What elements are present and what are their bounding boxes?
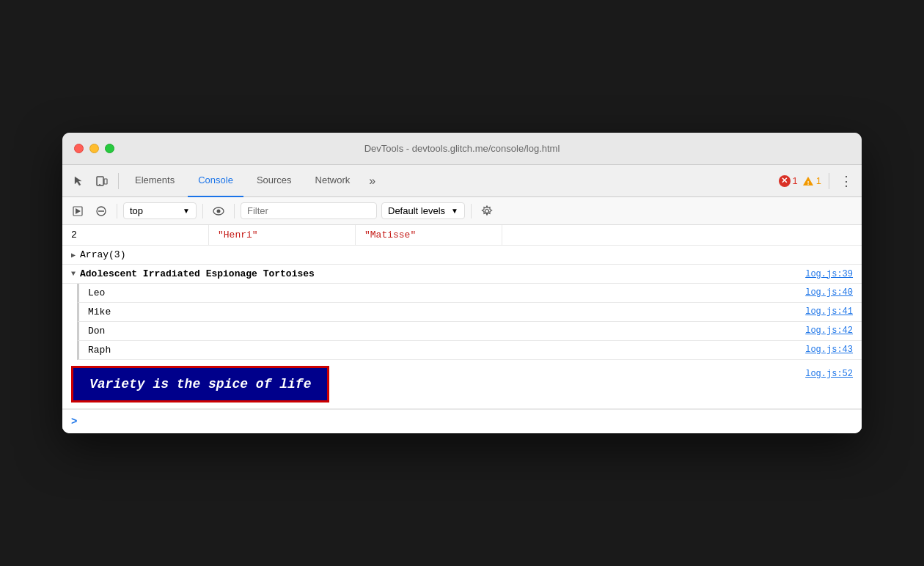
eye-icon[interactable] xyxy=(209,202,228,221)
devtools-window: DevTools - devtools.glitch.me/console/lo… xyxy=(62,133,862,433)
chevron-down-icon: ▼ xyxy=(183,207,190,215)
device-toggle-icon[interactable] xyxy=(92,171,112,191)
traffic-lights xyxy=(74,144,114,153)
table-cell-last-name: "Matisse" xyxy=(356,225,502,245)
list-item: Leo log.js:40 xyxy=(77,284,862,303)
filter-input[interactable] xyxy=(241,202,377,219)
context-selector[interactable]: top ▼ xyxy=(123,202,197,219)
more-tabs-button[interactable]: » xyxy=(363,174,381,188)
log-group-header: Adolescent Irradiated Espionage Tortoise… xyxy=(62,265,862,284)
window-title: DevTools - devtools.glitch.me/console/lo… xyxy=(364,143,560,154)
svg-marker-6 xyxy=(76,208,81,214)
clear-console-button[interactable] xyxy=(92,202,111,221)
warn-icon: ! xyxy=(802,176,814,186)
svg-rect-1 xyxy=(104,179,107,184)
settings-icon[interactable] xyxy=(477,202,496,221)
toolbar-right: ✕ 1 ! 1 ⋮ xyxy=(779,173,856,189)
separator xyxy=(829,173,829,189)
svg-point-11 xyxy=(485,209,488,213)
error-icon: ✕ xyxy=(779,175,791,187)
table-cell-first-name: "Henri" xyxy=(209,225,356,245)
run-snippet-button[interactable] xyxy=(68,202,87,221)
expand-array-icon[interactable] xyxy=(71,251,76,260)
styled-message-text: Variety is the spice of life xyxy=(71,366,329,403)
array-row[interactable]: Array(3) xyxy=(62,246,862,265)
main-toolbar: Elements Console Sources Network » ✕ 1 ! xyxy=(62,165,862,197)
kebab-menu-button[interactable]: ⋮ xyxy=(837,173,856,189)
separator xyxy=(471,204,472,218)
console-prompt-icon: > xyxy=(71,416,77,427)
table-cell-index: 2 xyxy=(62,225,209,245)
tab-console[interactable]: Console xyxy=(188,165,243,197)
collapse-group-icon[interactable] xyxy=(71,270,76,278)
title-bar: DevTools - devtools.glitch.me/console/lo… xyxy=(62,133,862,165)
styled-log-entry: Variety is the spice of life log.js:52 xyxy=(62,360,862,409)
console-input-row[interactable]: > xyxy=(62,409,862,433)
maximize-button[interactable] xyxy=(105,144,114,153)
minimize-button[interactable] xyxy=(89,144,99,153)
console-input-field[interactable] xyxy=(83,416,853,427)
list-item: Raph log.js:43 xyxy=(77,341,862,360)
separator xyxy=(202,204,203,218)
separator xyxy=(117,204,117,218)
tab-elements[interactable]: Elements xyxy=(125,165,185,197)
tab-network[interactable]: Network xyxy=(305,165,361,197)
warn-badge: ! 1 xyxy=(802,175,821,186)
log-levels-button[interactable]: Default levels ▼ xyxy=(381,202,465,219)
console-content: 2 "Henri" "Matisse" Array(3) Adolescent … xyxy=(62,225,862,433)
table-row: 2 "Henri" "Matisse" xyxy=(62,225,862,246)
cursor-icon[interactable] xyxy=(68,171,89,191)
list-item: Mike log.js:41 xyxy=(77,303,862,322)
table-cell-empty xyxy=(502,225,649,245)
svg-text:!: ! xyxy=(807,179,809,185)
list-item: Don log.js:42 xyxy=(77,322,862,341)
svg-point-10 xyxy=(217,209,221,213)
chevron-down-icon: ▼ xyxy=(451,207,458,215)
error-badge: ✕ 1 xyxy=(779,175,798,187)
separator xyxy=(118,173,119,189)
secondary-toolbar: top ▼ Default levels ▼ xyxy=(62,197,862,225)
separator xyxy=(234,204,235,218)
tab-sources[interactable]: Sources xyxy=(246,165,302,197)
close-button[interactable] xyxy=(74,144,84,153)
